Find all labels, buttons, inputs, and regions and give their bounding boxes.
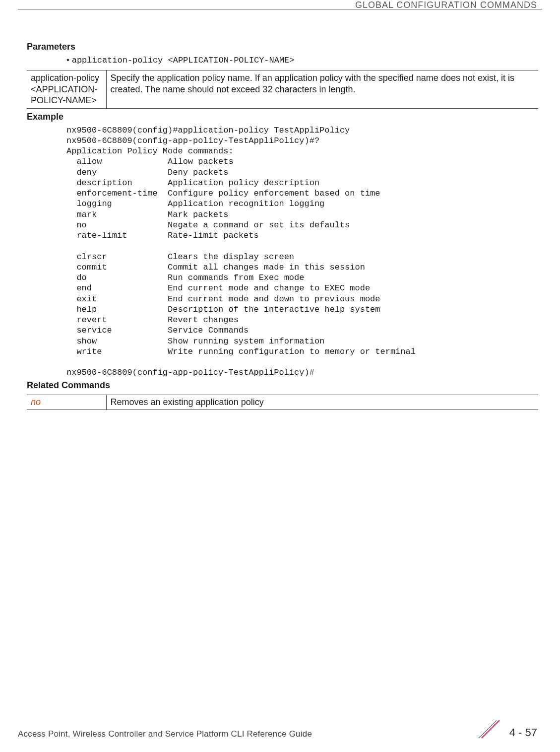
footer-doc-title: Access Point, Wireless Controller and Se… xyxy=(18,729,312,739)
page-number: 4 - 57 xyxy=(509,726,537,739)
parameters-table: application-policy <APPLICATION-POLICY-N… xyxy=(27,70,538,109)
table-row: no Removes an existing application polic… xyxy=(27,395,538,410)
related-cmd-desc-cell: Removes an existing application policy xyxy=(106,395,538,410)
parameters-heading: Parameters xyxy=(27,42,538,52)
svg-line-1 xyxy=(479,720,497,738)
related-commands-table: no Removes an existing application polic… xyxy=(27,395,538,410)
page-footer: Access Point, Wireless Controller and Se… xyxy=(18,719,542,739)
example-code-block: nx9500-6C8809(config)#application-policy… xyxy=(66,125,538,378)
example-heading: Example xyxy=(27,112,538,122)
param-desc-cell: Specify the application policy name. If … xyxy=(106,70,538,109)
param-name-cell: application-policy <APPLICATION-POLICY-N… xyxy=(27,70,106,109)
related-commands-heading: Related Commands xyxy=(27,380,538,391)
footer-slash-icon xyxy=(478,716,503,742)
syntax-line: application-policy <APPLICATION-POLICY-N… xyxy=(66,55,538,65)
page-content: Parameters application-policy <APPLICATI… xyxy=(27,40,538,410)
svg-line-0 xyxy=(482,720,499,738)
table-row: application-policy <APPLICATION-POLICY-N… xyxy=(27,70,538,109)
related-cmd-name-cell: no xyxy=(27,395,106,410)
no-command-link[interactable]: no xyxy=(31,397,41,407)
header-rule xyxy=(18,9,542,9)
